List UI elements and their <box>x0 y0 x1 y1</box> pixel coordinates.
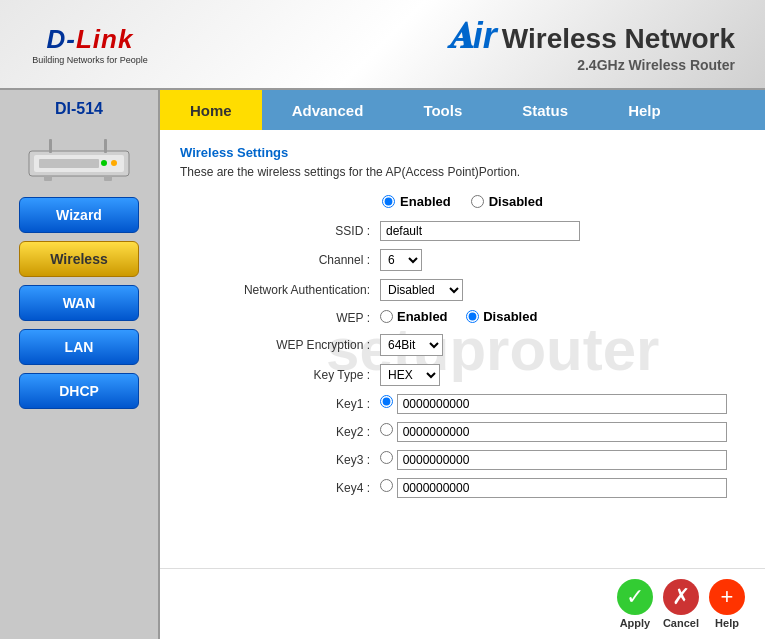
form-area: Wireless Settings These are the wireless… <box>180 145 745 498</box>
wep-encryption-select[interactable]: 64Bit 128Bit <box>380 334 443 356</box>
tab-status[interactable]: Status <box>492 90 598 130</box>
key4-input[interactable] <box>397 478 727 498</box>
sidebar: DI-514 Wizard Wireless WAN LAN DHCP <box>0 90 160 639</box>
tab-tools[interactable]: Tools <box>393 90 492 130</box>
svg-rect-8 <box>104 176 112 181</box>
key2-radio-group <box>380 423 393 436</box>
wep-encryption-row: WEP Encryption : 64Bit 128Bit <box>180 334 745 356</box>
network-auth-control: Disabled Open Shared WPA WPA-PSK <box>380 279 745 301</box>
wep-encryption-label: WEP Encryption : <box>180 338 380 352</box>
device-model: DI-514 <box>55 100 103 118</box>
key3-row: Key3 : <box>180 450 745 470</box>
content-area: Home Advanced Tools Status Help setuprou… <box>160 90 765 639</box>
svg-rect-7 <box>44 176 52 181</box>
wan-button[interactable]: WAN <box>19 285 139 321</box>
key3-radio-group <box>380 451 393 464</box>
key4-control <box>380 478 745 498</box>
wep-enabled-label[interactable]: Enabled <box>380 309 448 324</box>
logo-area: D-Link Building Networks for People <box>10 4 170 84</box>
network-auth-row: Network Authentication: Disabled Open Sh… <box>180 279 745 301</box>
wep-enabled-radio[interactable] <box>380 310 393 323</box>
svg-rect-6 <box>104 139 107 153</box>
air-text: 𝐀ir <box>447 15 497 57</box>
wep-label: WEP : <box>180 311 380 325</box>
key2-control <box>380 422 745 442</box>
tab-home[interactable]: Home <box>160 90 262 130</box>
header-title: 𝐀ir Wireless Network <box>447 15 735 57</box>
ssid-label: SSID : <box>180 224 380 238</box>
help-label: Help <box>715 617 739 629</box>
key-type-control: HEX ASCII <box>380 364 745 386</box>
key2-label: Key2 : <box>180 425 380 439</box>
key4-radio[interactable] <box>380 479 393 492</box>
key-type-label: Key Type : <box>180 368 380 382</box>
wep-disabled-text: Disabled <box>483 309 537 324</box>
enabled-radio[interactable] <box>382 195 395 208</box>
channel-control: 1234 5678 91011 <box>380 249 745 271</box>
action-bar: ✓ Apply ✗ Cancel + Help <box>160 568 765 639</box>
wep-disabled-radio[interactable] <box>466 310 479 323</box>
wireless-button[interactable]: Wireless <box>19 241 139 277</box>
wep-enabled-text: Enabled <box>397 309 448 324</box>
ssid-control <box>380 221 745 241</box>
product-subtitle: 2.4GHz Wireless Router <box>577 57 735 73</box>
cancel-label: Cancel <box>663 617 699 629</box>
key2-radio[interactable] <box>380 423 393 436</box>
dlink-logo: D-Link <box>47 24 134 55</box>
header: D-Link Building Networks for People 𝐀ir … <box>0 0 765 90</box>
key-type-select[interactable]: HEX ASCII <box>380 364 440 386</box>
cancel-icon: ✗ <box>663 579 699 615</box>
channel-select[interactable]: 1234 5678 91011 <box>380 249 422 271</box>
key3-radio[interactable] <box>380 451 393 464</box>
wep-disabled-label[interactable]: Disabled <box>466 309 537 324</box>
product-title: Wireless Network <box>502 23 735 55</box>
key4-radio-group <box>380 479 393 492</box>
key1-label: Key1 : <box>180 397 380 411</box>
enabled-label: Enabled <box>400 194 451 209</box>
key2-row: Key2 : <box>180 422 745 442</box>
disabled-radio[interactable] <box>471 195 484 208</box>
apply-icon: ✓ <box>617 579 653 615</box>
key3-control <box>380 450 745 470</box>
tab-help[interactable]: Help <box>598 90 691 130</box>
channel-row: Channel : 1234 5678 91011 <box>180 249 745 271</box>
dhcp-button[interactable]: DHCP <box>19 373 139 409</box>
network-auth-label: Network Authentication: <box>180 283 380 297</box>
key3-input[interactable] <box>397 450 727 470</box>
svg-point-4 <box>111 160 117 166</box>
page-description: These are the wireless settings for the … <box>180 165 745 179</box>
cancel-button[interactable]: ✗ Cancel <box>663 579 699 629</box>
key2-input[interactable] <box>397 422 727 442</box>
enabled-radio-label[interactable]: Enabled <box>382 194 451 209</box>
key4-label: Key4 : <box>180 481 380 495</box>
logo-tagline: Building Networks for People <box>32 55 148 65</box>
key-type-row: Key Type : HEX ASCII <box>180 364 745 386</box>
ssid-input[interactable] <box>380 221 580 241</box>
disabled-label: Disabled <box>489 194 543 209</box>
section-title: Wireless Settings <box>180 145 745 160</box>
wep-encryption-control: 64Bit 128Bit <box>380 334 745 356</box>
help-icon: + <box>709 579 745 615</box>
nav-tabs: Home Advanced Tools Status Help <box>160 90 765 130</box>
wep-control: Enabled Disabled <box>380 309 745 326</box>
apply-label: Apply <box>620 617 651 629</box>
disabled-radio-label[interactable]: Disabled <box>471 194 543 209</box>
key1-input[interactable] <box>397 394 727 414</box>
key4-row: Key4 : <box>180 478 745 498</box>
enable-disable-row: Enabled Disabled <box>180 194 745 209</box>
tab-advanced[interactable]: Advanced <box>262 90 394 130</box>
wizard-button[interactable]: Wizard <box>19 197 139 233</box>
key1-row: Key1 : <box>180 394 745 414</box>
apply-button[interactable]: ✓ Apply <box>617 579 653 629</box>
network-auth-select[interactable]: Disabled Open Shared WPA WPA-PSK <box>380 279 463 301</box>
page-content: setuprouter Wireless Settings These are … <box>160 130 765 568</box>
lan-button[interactable]: LAN <box>19 329 139 365</box>
key1-radio-group <box>380 395 393 408</box>
svg-rect-2 <box>39 159 99 168</box>
channel-label: Channel : <box>180 253 380 267</box>
router-image <box>24 131 134 189</box>
help-button[interactable]: + Help <box>709 579 745 629</box>
key3-label: Key3 : <box>180 453 380 467</box>
ssid-row: SSID : <box>180 221 745 241</box>
key1-radio[interactable] <box>380 395 393 408</box>
